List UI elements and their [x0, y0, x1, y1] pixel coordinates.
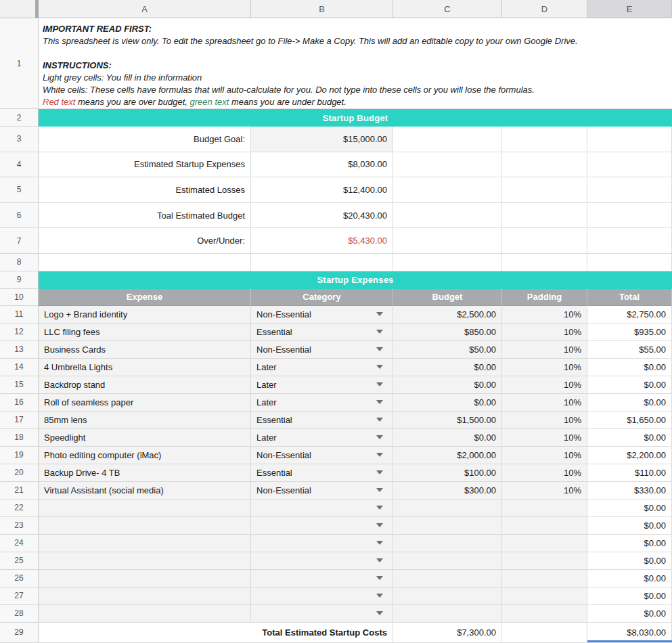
row-number-27[interactable]: 27: [0, 587, 39, 605]
category-dropdown-b17[interactable]: Essential: [251, 412, 393, 429]
row-number-4[interactable]: 4: [0, 152, 39, 178]
category-dropdown-b16[interactable]: Later: [251, 394, 393, 412]
dropdown-arrow-icon[interactable]: [376, 611, 383, 615]
budget-value-c18[interactable]: $0.00: [393, 429, 502, 447]
category-dropdown-b20[interactable]: Essential: [251, 464, 393, 482]
row-number-10[interactable]: 10: [0, 289, 39, 306]
dropdown-arrow-icon[interactable]: [376, 382, 383, 386]
cell-e5[interactable]: [587, 177, 672, 203]
row-number-21[interactable]: 21: [0, 482, 39, 500]
padding-value-d20[interactable]: 10%: [502, 464, 587, 482]
dropdown-arrow-icon[interactable]: [376, 506, 383, 510]
category-column-header[interactable]: Category: [251, 289, 393, 306]
select-all-corner[interactable]: [0, 0, 39, 18]
row-number-24[interactable]: 24: [0, 535, 39, 552]
column-header-e[interactable]: E: [587, 0, 672, 18]
cell-e6[interactable]: [587, 203, 672, 229]
row-number-15[interactable]: 15: [0, 376, 39, 394]
padding-value-d23[interactable]: [502, 517, 587, 535]
budget-value-c19[interactable]: $2,000.00: [393, 447, 502, 464]
row-number-19[interactable]: 19: [0, 447, 39, 464]
category-dropdown-b25[interactable]: [251, 552, 393, 570]
dropdown-arrow-icon[interactable]: [376, 418, 383, 422]
dropdown-arrow-icon[interactable]: [376, 576, 383, 580]
dropdown-arrow-icon[interactable]: [376, 435, 383, 439]
budget-value-c21[interactable]: $300.00: [393, 482, 502, 500]
budget-value-c27[interactable]: [393, 587, 502, 605]
row-number-7[interactable]: 7: [0, 228, 39, 254]
budget-value-c25[interactable]: [393, 552, 502, 570]
budget-value-c26[interactable]: [393, 570, 502, 587]
dropdown-arrow-icon[interactable]: [376, 488, 383, 492]
expense-name-a11[interactable]: Logo + Brand identity: [39, 306, 251, 324]
cell-c4[interactable]: [393, 152, 502, 178]
budget-label-a4[interactable]: Estimated Startup Expenses: [39, 152, 251, 178]
cell-d5[interactable]: [502, 177, 587, 203]
expense-name-a15[interactable]: Backdrop stand: [39, 376, 251, 394]
total-value-e16[interactable]: $0.00: [587, 394, 672, 412]
dropdown-arrow-icon[interactable]: [376, 470, 383, 474]
padding-value-d25[interactable]: [502, 552, 587, 570]
dropdown-arrow-icon[interactable]: [376, 330, 383, 334]
row-number-1[interactable]: 1: [0, 18, 39, 109]
dropdown-arrow-icon[interactable]: [376, 312, 383, 316]
row-number-6[interactable]: 6: [0, 203, 39, 229]
row-number-8[interactable]: 8: [0, 254, 39, 271]
category-dropdown-b26[interactable]: [251, 570, 393, 587]
row-number-14[interactable]: 14: [0, 359, 39, 376]
budget-value-b6[interactable]: $20,430.00: [251, 203, 393, 229]
instructions-cell[interactable]: IMPORTANT READ FIRST: This spreadsheet i…: [39, 18, 672, 109]
padding-value-d11[interactable]: 10%: [502, 306, 587, 324]
cell-c5[interactable]: [393, 177, 502, 203]
row-number-16[interactable]: 16: [0, 394, 39, 412]
category-dropdown-b14[interactable]: Later: [251, 359, 393, 376]
cell-d29[interactable]: [502, 623, 587, 643]
cell-c7[interactable]: [393, 228, 502, 254]
total-value-e13[interactable]: $55.00: [587, 341, 672, 359]
padding-value-d18[interactable]: 10%: [502, 429, 587, 447]
category-dropdown-b28[interactable]: [251, 605, 393, 623]
total-estimated-startup-costs-label[interactable]: Total Estimated Startup Costs: [39, 623, 393, 643]
row-number-9[interactable]: 9: [0, 271, 39, 289]
total-value-e25[interactable]: $0.00: [587, 552, 672, 570]
budget-label-a6[interactable]: Toal Estimated Budget: [39, 203, 251, 229]
total-value-e26[interactable]: $0.00: [587, 570, 672, 587]
startup-expenses-title[interactable]: Startup Expenses: [39, 271, 672, 289]
row-number-29[interactable]: 29: [0, 623, 39, 643]
cell-b8[interactable]: [251, 254, 393, 271]
row-number-20[interactable]: 20: [0, 464, 39, 482]
budget-value-c28[interactable]: [393, 605, 502, 623]
expense-name-a17[interactable]: 85mm lens: [39, 412, 251, 429]
total-value-e23[interactable]: $0.00: [587, 517, 672, 535]
expense-name-a12[interactable]: LLC filing fees: [39, 324, 251, 341]
budget-label-a3[interactable]: Budget Goal:: [39, 127, 251, 152]
expense-name-a19[interactable]: Photo editing computer (iMac): [39, 447, 251, 464]
category-dropdown-b27[interactable]: [251, 587, 393, 605]
total-column-header[interactable]: Total: [587, 289, 672, 306]
expense-name-a27[interactable]: [39, 587, 251, 605]
expense-name-a22[interactable]: [39, 500, 251, 517]
total-value-e12[interactable]: $935.00: [587, 324, 672, 341]
row-number-2[interactable]: 2: [0, 109, 39, 127]
category-dropdown-b19[interactable]: Non-Essential: [251, 447, 393, 464]
row-number-26[interactable]: 26: [0, 570, 39, 587]
padding-value-d14[interactable]: 10%: [502, 359, 587, 376]
expense-column-header[interactable]: Expense: [39, 289, 251, 306]
total-value-e20[interactable]: $110.00: [587, 464, 672, 482]
total-value-e17[interactable]: $1,650.00: [587, 412, 672, 429]
cell-d4[interactable]: [502, 152, 587, 178]
padding-value-d22[interactable]: [502, 500, 587, 517]
padding-value-d27[interactable]: [502, 587, 587, 605]
total-value-e18[interactable]: $0.00: [587, 429, 672, 447]
total-value-e14[interactable]: $0.00: [587, 359, 672, 376]
padding-value-d24[interactable]: [502, 535, 587, 552]
category-dropdown-b21[interactable]: Non-Essential: [251, 482, 393, 500]
cell-e4[interactable]: [587, 152, 672, 178]
row-number-18[interactable]: 18: [0, 429, 39, 447]
padding-column-header[interactable]: Padding: [502, 289, 587, 306]
budget-value-b5[interactable]: $12,400.00: [251, 177, 393, 203]
expense-name-a16[interactable]: Roll of seamless paper: [39, 394, 251, 412]
budget-value-c23[interactable]: [393, 517, 502, 535]
expense-name-a14[interactable]: 4 Umbrella Lights: [39, 359, 251, 376]
expense-name-a13[interactable]: Business Cards: [39, 341, 251, 359]
